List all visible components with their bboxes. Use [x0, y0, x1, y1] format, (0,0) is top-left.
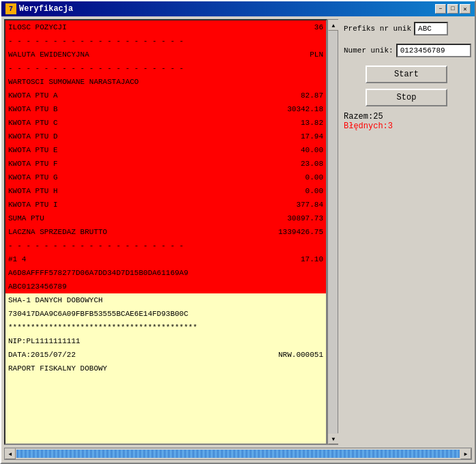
- list-item: KWOTA PTU C13.82: [5, 116, 326, 130]
- list-item: ABC0123456789: [5, 280, 326, 293]
- prefix-label: Prefiks nr unik: [344, 25, 411, 33]
- list-item: SUMA PTU30897.73: [5, 212, 326, 225]
- list-item: - - - - - - - - - - - - - - - - - - - -: [5, 239, 326, 252]
- list-item: NIP:PL1111111111: [5, 334, 326, 348]
- main-window: 7 Weryfikacja – □ ✕ ILOSC POZYCJI36- - -…: [0, 0, 476, 464]
- blednych-stat: Błędnych:3: [344, 121, 469, 131]
- bottom-scrollbar-area: ◄ ►: [4, 448, 472, 460]
- numer-input[interactable]: [396, 44, 471, 57]
- list-item: KWOTA PTU I377.84: [5, 198, 326, 212]
- list-item: KWOTA PTU A82.87: [5, 89, 326, 102]
- list-item: DATA:2015/07/22NRW.000051: [5, 348, 326, 362]
- scroll-left-button[interactable]: ◄: [5, 448, 16, 459]
- prefix-field-group: Prefiks nr unik: [344, 22, 469, 35]
- window-title: Weryfikacja: [19, 4, 73, 14]
- title-buttons: – □ ✕: [435, 4, 471, 14]
- list-item: RAPORT FISKALNY DOBOWY: [5, 362, 326, 375]
- list-item: WARTOSCI SUMOWANE NARASTAJACO: [5, 75, 326, 89]
- list-item: KWOTA PTU F23.08: [5, 157, 326, 171]
- list-item: LACZNA SPRZEDAZ BRUTTO1339426.75: [5, 225, 326, 239]
- list-item: 730417DAA9C6A09FBFB53555BCAE6E14FD93B00C: [5, 307, 326, 321]
- stop-button[interactable]: Stop: [366, 89, 447, 106]
- list-item: ILOSC POZYCJI36: [5, 20, 326, 34]
- hscroll-thumb: [16, 450, 460, 458]
- title-bar: 7 Weryfikacja – □ ✕: [1, 1, 475, 16]
- content-area: ILOSC POZYCJI36- - - - - - - - - - - - -…: [1, 16, 475, 448]
- list-item: - - - - - - - - - - - - - - - - - - - -: [5, 34, 326, 48]
- list-item: KWOTA PTU B30342.18: [5, 102, 326, 116]
- right-panel: Prefiks nr unik Numer unik: Start Stop R…: [338, 16, 475, 448]
- close-button[interactable]: ✕: [460, 4, 471, 14]
- numer-field-group: Numer unik:: [344, 44, 469, 57]
- list-item: KWOTA PTU G0.00: [5, 171, 326, 184]
- list-item: - - - - - - - - - - - - - - - - - - - -: [5, 61, 326, 75]
- left-panel: ILOSC POZYCJI36- - - - - - - - - - - - -…: [4, 19, 327, 445]
- left-panel-wrapper: ILOSC POZYCJI36- - - - - - - - - - - - -…: [4, 19, 338, 445]
- list-item: A6D8AFFFF578277D06A7DD34D7D15B0DA61169A9: [5, 266, 326, 280]
- razem-stat: Razem:25: [344, 112, 469, 121]
- list-item: KWOTA PTU E40.00: [5, 143, 326, 157]
- list-item: WALUTA EWIDENCYJNAPLN: [5, 48, 326, 61]
- numer-label: Numer unik:: [344, 46, 393, 55]
- list-item: KWOTA PTU D17.94: [5, 130, 326, 143]
- app-icon: 7: [5, 3, 16, 14]
- horizontal-scrollbar[interactable]: ◄ ►: [4, 448, 472, 460]
- prefix-input[interactable]: [414, 22, 448, 35]
- minimize-button[interactable]: –: [435, 4, 446, 14]
- scroll-right-button[interactable]: ►: [460, 448, 471, 459]
- scroll-up-button[interactable]: ▲: [328, 20, 338, 31]
- scroll-content[interactable]: ILOSC POZYCJI36- - - - - - - - - - - - -…: [5, 20, 326, 444]
- list-item: SHA-1 DANYCH DOBOWYCH: [5, 293, 326, 307]
- stats-area: Razem:25 Błędnych:3: [344, 112, 469, 131]
- maximize-button[interactable]: □: [447, 4, 458, 14]
- scroll-track: [328, 31, 338, 433]
- vertical-scrollbar[interactable]: ▲ ▼: [327, 19, 338, 445]
- start-button[interactable]: Start: [366, 66, 447, 83]
- list-item: #1 417.10: [5, 252, 326, 266]
- list-item: ****************************************…: [5, 321, 326, 334]
- scroll-down-button[interactable]: ▼: [328, 433, 338, 444]
- title-bar-left: 7 Weryfikacja: [5, 3, 73, 14]
- list-item: KWOTA PTU H0.00: [5, 184, 326, 198]
